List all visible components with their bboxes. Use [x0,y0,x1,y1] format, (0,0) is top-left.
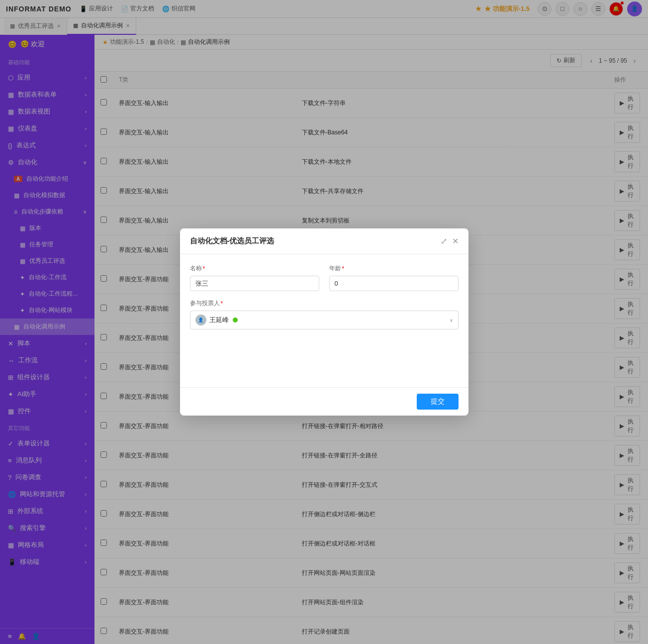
voters-select[interactable]: 👤 王延峰 ∨ [190,311,459,329]
age-input[interactable] [329,276,459,291]
age-required-mark: * [342,265,345,272]
name-input[interactable] [190,276,319,291]
modal-footer: 提交 [180,387,468,416]
age-field-label: 年龄 * [329,264,459,273]
voter-user-tag: 👤 王延峰 [195,315,238,325]
modal-close-button[interactable]: ✕ [452,236,459,246]
voters-dropdown-arrow: ∨ [450,318,453,323]
voter-avatar: 👤 [195,315,206,325]
form-row-voters: 参与投票人 * 👤 王延峰 ∨ [190,299,459,329]
voters-required-mark: * [221,300,223,307]
voter-status-dot [233,318,238,322]
submit-button[interactable]: 提交 [417,394,459,410]
form-row-name-age: 名称 * 年龄 * [190,264,459,291]
modal-header-actions: ⤢ ✕ [441,236,459,246]
age-label-text: 年龄 [329,264,341,273]
name-label-text: 名称 [190,264,202,273]
modal-dialog: 自动化文档-优选员工评选 ⤢ ✕ 名称 * 年龄 * [180,228,468,416]
voters-field-label: 参与投票人 * [190,299,459,308]
form-group-age: 年龄 * [329,264,459,291]
modal-title: 自动化文档-优选员工评选 [190,236,275,246]
modal-header: 自动化文档-优选员工评选 ⤢ ✕ [180,228,468,254]
modal-body: 名称 * 年龄 * 参与投票人 * [180,254,468,387]
form-group-voters: 参与投票人 * 👤 王延峰 ∨ [190,299,459,329]
modal-expand-button[interactable]: ⤢ [441,236,447,246]
voter-name: 王延峰 [209,316,229,324]
voters-label-text: 参与投票人 [190,299,220,308]
name-field-label: 名称 * [190,264,319,273]
name-required-mark: * [203,265,205,272]
modal-overlay[interactable]: 自动化文档-优选员工评选 ⤢ ✕ 名称 * 年龄 * [0,0,648,644]
form-group-name: 名称 * [190,264,319,291]
modal-empty-area [190,337,459,377]
